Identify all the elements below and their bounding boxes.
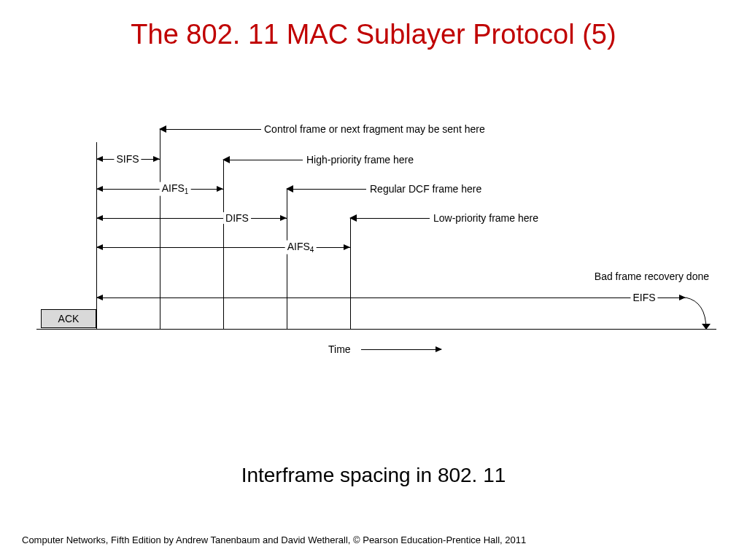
- callout-difs-line: [293, 189, 366, 190]
- callout-aifs4-line: [357, 218, 430, 219]
- callout-aifs1-text: High-priority frame here: [306, 154, 414, 166]
- callout-aifs4-text: Low-priority frame here: [433, 212, 538, 224]
- callout-aifs1-line: [230, 160, 303, 160]
- label-text: SIFS: [116, 153, 139, 165]
- time-axis-arrow: [361, 349, 441, 350]
- tick-difs: [287, 201, 287, 330]
- slide-title: The 802. 11 MAC Sublayer Protocol (5): [0, 0, 747, 50]
- callout-sifs-line: [166, 129, 261, 130]
- tick-sifs: [160, 142, 160, 330]
- span-aifs4-label: AIFS4: [285, 241, 317, 254]
- tick-start: [96, 142, 97, 330]
- tick-aifs4: [350, 230, 351, 330]
- span-difs: [96, 218, 287, 219]
- span-eifs-label: EIFS: [630, 292, 657, 303]
- ack-block: ACK: [41, 309, 96, 328]
- callout-aifs4-arrow: [349, 214, 357, 222]
- span-eifs: [96, 298, 686, 298]
- span-difs-label: DIFS: [223, 212, 251, 224]
- figure-caption: Interframe spacing in 802. 11: [0, 464, 747, 487]
- eifs-curve: [684, 298, 709, 330]
- label-text: AIFS: [287, 241, 310, 252]
- timeline-axis: [36, 329, 716, 330]
- label-text: EIFS: [632, 292, 655, 303]
- callout-difs-arrow: [286, 185, 293, 192]
- callout-difs-text: Regular DCF frame here: [370, 183, 481, 195]
- label-sub: 1: [185, 187, 189, 195]
- tick-aifs1: [223, 172, 224, 330]
- time-axis-label: Time: [328, 343, 351, 355]
- callout-sifs-arrow: [159, 125, 166, 133]
- callout-sifs-text: Control frame or next fragment may be se…: [264, 123, 485, 135]
- slide-footer: Computer Networks, Fifth Edition by Andr…: [22, 534, 725, 545]
- label-sub: 4: [310, 246, 314, 254]
- interframe-spacing-diagram: ACK SIFS AIFS1 DIFS AIFS4 EIFS Control f…: [36, 142, 716, 357]
- span-aifs1-label: AIFS1: [160, 182, 191, 196]
- callout-eifs-text: Bad frame recovery done: [595, 271, 709, 282]
- label-text: AIFS: [162, 182, 185, 194]
- label-text: DIFS: [225, 212, 249, 224]
- span-sifs-label: SIFS: [114, 153, 141, 165]
- callout-aifs1-arrow: [222, 156, 230, 163]
